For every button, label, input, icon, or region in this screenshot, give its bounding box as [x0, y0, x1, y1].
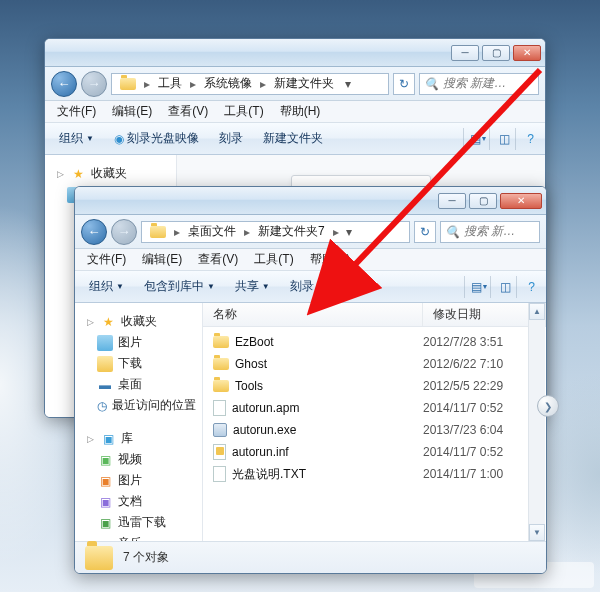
titlebar[interactable]: ─ ▢ ✕: [45, 39, 545, 67]
menu-help[interactable]: 帮助(H): [302, 249, 359, 270]
scroll-down-button[interactable]: ▼: [529, 524, 545, 541]
preview-pane-icon[interactable]: ◫: [490, 276, 514, 298]
music-icon: ♪: [97, 536, 113, 542]
sidebar-item-downloads[interactable]: 下载: [79, 353, 198, 374]
sidebar-favorites[interactable]: ▷★收藏夹: [49, 163, 172, 184]
search-icon: 🔍: [445, 225, 460, 239]
file-row[interactable]: autorun.apm2014/11/7 0:52: [203, 397, 546, 419]
refresh-button[interactable]: ↻: [414, 221, 436, 243]
video-icon: ▣: [97, 452, 113, 468]
menu-help[interactable]: 帮助(H): [272, 101, 329, 122]
breadcrumb-dropdown[interactable]: ▾: [340, 77, 356, 91]
close-button[interactable]: ✕: [500, 193, 542, 209]
breadcrumb-seg[interactable]: 新建文件夹: [268, 74, 340, 94]
preview-pane-icon[interactable]: ◫: [489, 128, 513, 150]
toolbar-burn[interactable]: 刻录: [211, 127, 251, 150]
toolbar-burn-image[interactable]: ◉刻录光盘映像: [106, 127, 207, 150]
folder-icon: [85, 546, 113, 570]
file-row[interactable]: autorun.exe2013/7/23 6:04: [203, 419, 546, 441]
sidebar-item-music[interactable]: ♪音乐: [79, 533, 198, 541]
disc-icon: ◉: [114, 132, 124, 146]
address-bar: ← → ▸ 桌面文件 ▸ 新建文件夹7 ▸ ▾ ↻ 🔍 搜索 新…: [75, 215, 546, 249]
toolbar: 组织▼ ◉刻录光盘映像 刻录 新建文件夹 ▤ ▼ ◫ ?: [45, 123, 545, 155]
file-list[interactable]: EzBoot2012/7/28 3:51 Ghost2012/6/22 7:10…: [203, 327, 546, 541]
sidebar-item-recent[interactable]: ◷最近访问的位置: [79, 395, 198, 416]
help-icon[interactable]: ?: [515, 128, 539, 150]
titlebar[interactable]: ─ ▢ ✕: [75, 187, 546, 215]
desktop-icon: ▬: [97, 377, 113, 393]
menu-view[interactable]: 查看(V): [190, 249, 246, 270]
maximize-button[interactable]: ▢: [482, 45, 510, 61]
scroll-up-button[interactable]: ▲: [529, 303, 545, 320]
sidebar-libraries[interactable]: ▷▣库: [79, 428, 198, 449]
menu-edit[interactable]: 编辑(E): [134, 249, 190, 270]
folder-icon: [120, 78, 136, 90]
breadcrumb-dropdown[interactable]: ▾: [341, 225, 357, 239]
toolbar-new-folder[interactable]: 文件夹: [326, 275, 378, 298]
breadcrumb-seg[interactable]: 新建文件夹7: [252, 222, 331, 242]
menu-bar: 文件(F) 编辑(E) 查看(V) 工具(T) 帮助(H): [75, 249, 546, 271]
breadcrumb-seg[interactable]: 桌面文件: [182, 222, 242, 242]
sidebar-item-videos[interactable]: ▣视频: [79, 449, 198, 470]
maximize-button[interactable]: ▢: [469, 193, 497, 209]
file-icon: [213, 400, 226, 416]
expand-chevron-button[interactable]: ❯: [537, 395, 559, 417]
star-icon: ★: [100, 314, 116, 330]
xunlei-icon: ▣: [97, 515, 113, 531]
nav-back-button[interactable]: ←: [81, 219, 107, 245]
sidebar-item-pictures[interactable]: 图片: [79, 332, 198, 353]
toolbar-include-in-library[interactable]: 包含到库中▼: [136, 275, 223, 298]
search-placeholder: 搜索 新建…: [443, 75, 506, 92]
folder-icon: [213, 336, 229, 348]
pictures-lib-icon: ▣: [97, 473, 113, 489]
menu-tools[interactable]: 工具(T): [216, 101, 271, 122]
search-icon: 🔍: [424, 77, 439, 91]
breadcrumb[interactable]: ▸ 工具 ▸ 系统镜像 ▸ 新建文件夹 ▾: [111, 73, 389, 95]
content-area: 名称 修改日期 EzBoot2012/7/28 3:51 Ghost2012/6…: [203, 303, 546, 541]
file-row[interactable]: autorun.inf2014/11/7 0:52: [203, 441, 546, 463]
sidebar-item-lib-pictures[interactable]: ▣图片: [79, 470, 198, 491]
menu-edit[interactable]: 编辑(E): [104, 101, 160, 122]
toolbar-share[interactable]: 共享▼: [227, 275, 278, 298]
status-text: 7 个对象: [123, 549, 169, 566]
folder-icon: [213, 380, 229, 392]
nav-forward-button[interactable]: →: [111, 219, 137, 245]
sidebar-item-xunlei[interactable]: ▣迅雷下载: [79, 512, 198, 533]
menu-file[interactable]: 文件(F): [49, 101, 104, 122]
file-row[interactable]: Tools2012/5/5 22:29: [203, 375, 546, 397]
file-row[interactable]: EzBoot2012/7/28 3:51: [203, 331, 546, 353]
column-header-name[interactable]: 名称: [203, 303, 423, 326]
documents-icon: ▣: [97, 494, 113, 510]
menu-tools[interactable]: 工具(T): [246, 249, 301, 270]
sidebar-favorites[interactable]: ▷★收藏夹: [79, 311, 198, 332]
breadcrumb-seg[interactable]: 工具: [152, 74, 188, 94]
breadcrumb[interactable]: ▸ 桌面文件 ▸ 新建文件夹7 ▸ ▾: [141, 221, 410, 243]
menu-view[interactable]: 查看(V): [160, 101, 216, 122]
search-input[interactable]: 🔍 搜索 新…: [440, 221, 540, 243]
breadcrumb-seg[interactable]: 系统镜像: [198, 74, 258, 94]
exe-icon: [213, 423, 227, 437]
toolbar-burn[interactable]: 刻录: [282, 275, 322, 298]
file-row[interactable]: 光盘说明.TXT2014/11/7 1:00: [203, 463, 546, 485]
toolbar-new-folder[interactable]: 新建文件夹: [255, 127, 331, 150]
sidebar-item-documents[interactable]: ▣文档: [79, 491, 198, 512]
toolbar-organize[interactable]: 组织▼: [81, 275, 132, 298]
search-input[interactable]: 🔍 搜索 新建…: [419, 73, 539, 95]
explorer-window-front: ─ ▢ ✕ ← → ▸ 桌面文件 ▸ 新建文件夹7 ▸ ▾ ↻ 🔍 搜索 新… …: [74, 186, 547, 574]
sidebar-item-desktop[interactable]: ▬桌面: [79, 374, 198, 395]
vertical-scrollbar[interactable]: ▲ ▼: [528, 303, 545, 541]
minimize-button[interactable]: ─: [438, 193, 466, 209]
refresh-button[interactable]: ↻: [393, 73, 415, 95]
minimize-button[interactable]: ─: [451, 45, 479, 61]
nav-back-button[interactable]: ←: [51, 71, 77, 97]
nav-forward-button[interactable]: →: [81, 71, 107, 97]
view-options-icon[interactable]: ▤ ▼: [464, 276, 488, 298]
recent-icon: ◷: [97, 398, 107, 414]
menu-file[interactable]: 文件(F): [79, 249, 134, 270]
view-options-icon[interactable]: ▤ ▼: [463, 128, 487, 150]
help-icon[interactable]: ?: [516, 276, 540, 298]
file-row[interactable]: Ghost2012/6/22 7:10: [203, 353, 546, 375]
download-icon: [97, 356, 113, 372]
toolbar-organize[interactable]: 组织▼: [51, 127, 102, 150]
close-button[interactable]: ✕: [513, 45, 541, 61]
